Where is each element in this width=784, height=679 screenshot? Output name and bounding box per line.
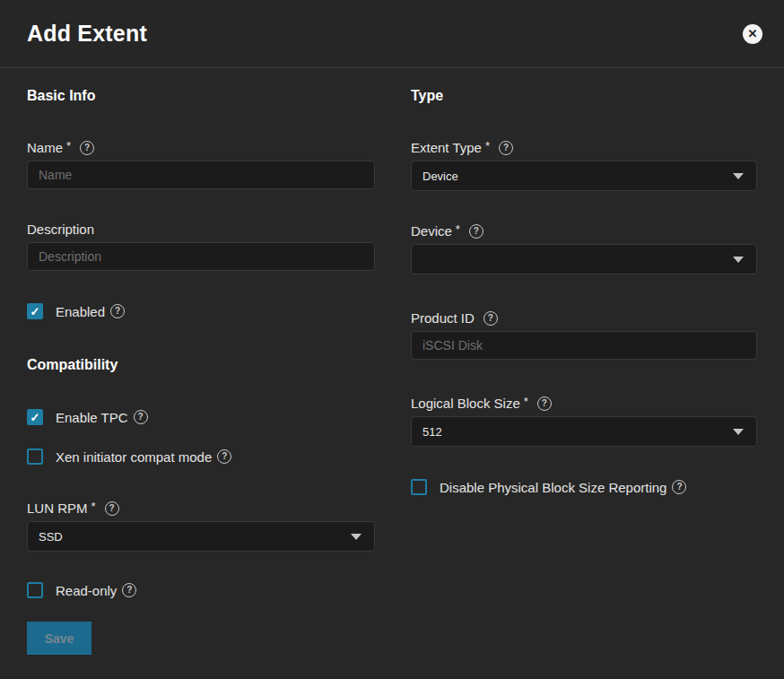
enabled-checkbox-row[interactable]: ✓ Enabled ?: [27, 303, 375, 319]
product-id-input[interactable]: [411, 331, 757, 360]
chevron-down-icon: [733, 173, 744, 179]
description-input[interactable]: [27, 242, 375, 271]
required-asterisk: *: [485, 139, 490, 152]
required-asterisk: *: [456, 222, 460, 236]
read-only-label: Read-only: [56, 583, 117, 598]
product-id-label: Product ID: [411, 310, 475, 326]
help-icon[interactable]: ?: [217, 449, 231, 464]
enabled-label: Enabled: [56, 304, 105, 319]
help-icon[interactable]: ?: [110, 304, 125, 318]
name-label: Name: [27, 140, 63, 155]
logical-block-size-select[interactable]: 512: [411, 416, 757, 447]
lun-rpm-select[interactable]: SSD: [27, 521, 375, 552]
required-asterisk: *: [524, 395, 528, 408]
disable-pbs-checkbox-row[interactable]: Disable Physical Block Size Reporting ?: [411, 479, 757, 495]
right-column: Type Extent Type * ? Device Device * ? P…: [411, 68, 757, 679]
help-icon[interactable]: ?: [105, 501, 119, 516]
extent-type-select[interactable]: Device: [411, 161, 757, 191]
lun-rpm-label: LUN RPM: [27, 501, 88, 516]
enabled-checkbox[interactable]: ✓: [27, 303, 43, 319]
close-icon[interactable]: ✕: [743, 24, 762, 44]
section-type: Type: [411, 88, 757, 104]
logical-block-size-label-row: Logical Block Size * ?: [411, 396, 757, 411]
enable-tpc-checkbox[interactable]: ✓: [27, 409, 43, 425]
help-icon[interactable]: ?: [672, 480, 686, 494]
help-icon[interactable]: ?: [134, 410, 148, 424]
lun-rpm-value: SSD: [39, 530, 63, 544]
help-icon[interactable]: ?: [483, 311, 498, 326]
required-asterisk: *: [66, 139, 71, 152]
logical-block-size-label: Logical Block Size: [411, 396, 520, 411]
read-only-checkbox[interactable]: [27, 582, 43, 598]
chevron-down-icon: [733, 429, 744, 435]
required-asterisk: *: [91, 500, 96, 513]
help-icon[interactable]: ?: [122, 583, 136, 597]
name-input[interactable]: [27, 161, 375, 189]
extent-type-value: Device: [422, 170, 458, 183]
section-basic-info: Basic Info: [27, 88, 375, 104]
save-button[interactable]: Save: [27, 622, 91, 655]
chevron-down-icon: [733, 257, 744, 263]
name-label-row: Name * ?: [27, 140, 375, 155]
enable-tpc-label: Enable TPC: [56, 410, 128, 425]
disable-pbs-label: Disable Physical Block Size Reporting: [440, 480, 666, 495]
device-label-row: Device * ?: [411, 223, 757, 239]
extent-type-label-row: Extent Type * ?: [411, 140, 757, 155]
extent-type-label: Extent Type: [411, 140, 482, 155]
description-label-row: Description: [27, 222, 375, 237]
logical-block-size-value: 512: [422, 425, 442, 439]
add-extent-dialog: Add Extent ✕ Basic Info Name * ? Descrip…: [0, 0, 784, 679]
help-icon[interactable]: ?: [80, 141, 94, 155]
help-icon[interactable]: ?: [469, 224, 483, 239]
device-label: Device: [411, 223, 452, 239]
lun-rpm-label-row: LUN RPM * ?: [27, 501, 375, 516]
left-column: Basic Info Name * ? Description ✓ Enable…: [27, 68, 375, 679]
disable-pbs-checkbox[interactable]: [411, 479, 427, 495]
xen-checkbox-row[interactable]: Xen initiator compat mode ?: [27, 448, 375, 465]
xen-label: Xen initiator compat mode: [56, 449, 212, 465]
device-select[interactable]: [411, 244, 757, 274]
page-title: Add Extent: [27, 21, 147, 47]
section-compatibility: Compatibility: [27, 357, 375, 373]
description-label: Description: [27, 222, 94, 237]
dialog-header: Add Extent ✕: [0, 0, 784, 68]
help-icon[interactable]: ?: [499, 141, 513, 155]
help-icon[interactable]: ?: [537, 396, 552, 411]
chevron-down-icon: [351, 534, 362, 540]
product-id-label-row: Product ID ?: [411, 310, 757, 326]
read-only-checkbox-row[interactable]: Read-only ?: [27, 582, 375, 598]
enable-tpc-checkbox-row[interactable]: ✓ Enable TPC ?: [27, 409, 375, 425]
dialog-body: Basic Info Name * ? Description ✓ Enable…: [0, 68, 784, 679]
xen-checkbox[interactable]: [27, 448, 43, 465]
